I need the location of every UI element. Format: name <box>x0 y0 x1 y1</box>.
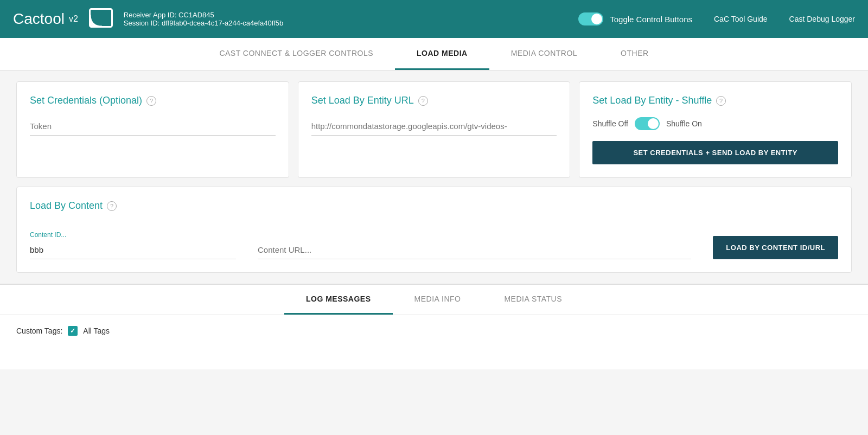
credentials-help-icon[interactable]: ? <box>146 96 156 106</box>
content-area: Set Credentials (Optional) ? Set Load By… <box>0 71 868 284</box>
tab-other[interactable]: OTHER <box>599 38 671 70</box>
load-by-content-card-title: Load By Content ? <box>30 200 838 212</box>
header-nav-links: CaC Tool Guide Cast Debug Logger <box>714 15 855 23</box>
token-input[interactable] <box>30 117 276 136</box>
tab-media-info[interactable]: MEDIA INFO <box>393 285 483 315</box>
load-entity-url-card: Set Load By Entity URL ? <box>298 81 571 178</box>
tab-load-media[interactable]: LOAD MEDIA <box>395 38 489 70</box>
logo-text: Cactool <box>13 10 65 28</box>
all-tags-label: All Tags <box>83 327 110 335</box>
tab-media-status[interactable]: MEDIA STATUS <box>482 285 584 315</box>
toggle-control-buttons[interactable] <box>578 12 603 25</box>
load-by-content-help-icon[interactable]: ? <box>107 201 117 211</box>
toggle-area: Toggle Control Buttons <box>578 12 692 25</box>
custom-tags-label: Custom Tags: <box>16 327 62 335</box>
content-url-input[interactable] <box>258 241 691 259</box>
tab-cast-connect[interactable]: CAST CONNECT & LOGGER CONTROLS <box>197 38 395 70</box>
entity-url-input[interactable] <box>311 117 557 136</box>
header: Cactool v2 Receiver App ID: CC1AD845 Ses… <box>0 0 868 38</box>
load-btn-section: LOAD BY CONTENT ID/URL <box>713 236 838 259</box>
load-entity-shuffle-card: Set Load By Entity - Shuffle ? Shuffle O… <box>579 81 852 178</box>
load-entity-url-help-icon[interactable]: ? <box>418 96 428 106</box>
logo-version: v2 <box>69 14 78 24</box>
receiver-app-id: Receiver App ID: CC1AD845 <box>124 11 283 19</box>
load-by-content-id-url-button[interactable]: LOAD BY CONTENT ID/URL <box>713 236 838 259</box>
logo: Cactool v2 <box>13 8 113 30</box>
shuffle-row: Shuffle Off Shuffle On <box>592 117 838 130</box>
cac-tool-guide-link[interactable]: CaC Tool Guide <box>714 15 768 23</box>
credentials-card-title: Set Credentials (Optional) ? <box>30 95 276 106</box>
load-entity-shuffle-help-icon[interactable]: ? <box>716 96 726 106</box>
bottom-section: LOG MESSAGES MEDIA INFO MEDIA STATUS Cus… <box>0 284 868 369</box>
main-tabs: CAST CONNECT & LOGGER CONTROLS LOAD MEDI… <box>0 38 868 71</box>
set-credentials-send-load-by-entity-button[interactable]: SET CREDENTIALS + SEND LOAD BY ENTITY <box>592 141 838 164</box>
load-content-inputs: Content ID... LOAD BY CONTENT ID/URL <box>30 231 838 259</box>
session-id: Session ID: dff9fab0-dcea-4c17-a244-ca4e… <box>124 19 283 27</box>
custom-tags-row: Custom Tags: All Tags <box>16 326 852 336</box>
tab-log-messages[interactable]: LOG MESSAGES <box>284 285 393 315</box>
content-id-section: Content ID... <box>30 231 236 259</box>
content-id-input[interactable] <box>30 241 236 259</box>
cards-row: Set Credentials (Optional) ? Set Load By… <box>16 81 852 178</box>
shuffle-on-label: Shuffle On <box>666 119 702 128</box>
tab-media-control[interactable]: MEDIA CONTROL <box>489 38 599 70</box>
toggle-label: Toggle Control Buttons <box>610 15 692 24</box>
shuffle-off-label: Shuffle Off <box>592 119 628 128</box>
load-entity-shuffle-card-title: Set Load By Entity - Shuffle ? <box>592 95 838 106</box>
content-id-label: Content ID... <box>30 231 236 239</box>
load-entity-url-card-title: Set Load By Entity URL ? <box>311 95 557 106</box>
credentials-card: Set Credentials (Optional) ? <box>16 81 289 178</box>
header-info: Receiver App ID: CC1AD845 Session ID: df… <box>124 11 283 27</box>
shuffle-toggle[interactable] <box>635 117 660 130</box>
bottom-content: Custom Tags: All Tags <box>0 315 868 369</box>
cast-debug-logger-link[interactable]: Cast Debug Logger <box>789 15 855 23</box>
content-url-section <box>258 241 691 259</box>
all-tags-checkbox[interactable] <box>68 326 78 336</box>
load-by-content-card: Load By Content ? Content ID... LOAD BY … <box>16 187 852 273</box>
cast-icon <box>89 8 113 30</box>
bottom-tabs: LOG MESSAGES MEDIA INFO MEDIA STATUS <box>0 285 868 315</box>
